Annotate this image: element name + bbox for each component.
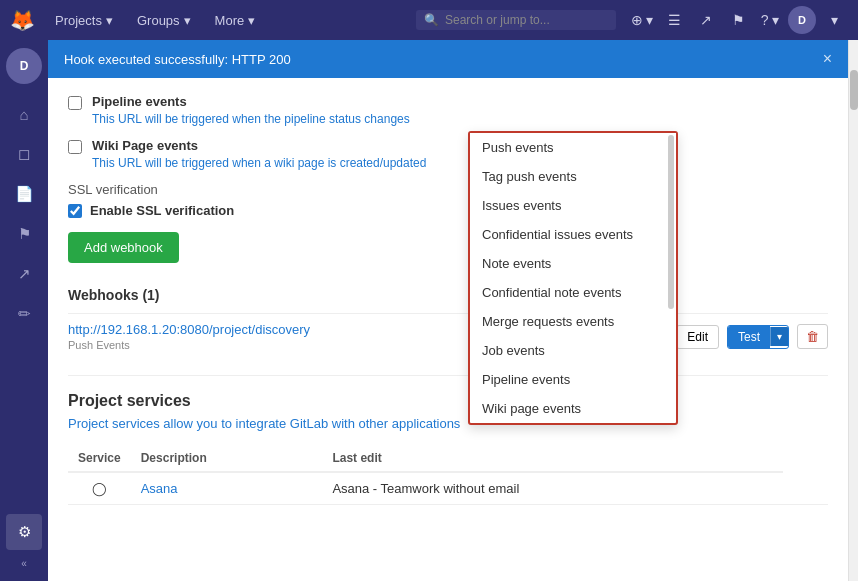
content-area: Hook executed successfully: HTTP 200 × P… (48, 40, 848, 581)
ssl-section: SSL verification Enable SSL verification (68, 182, 828, 218)
dropdown-item-issues-events[interactable]: Issues events (470, 191, 676, 220)
webhook-item: http://192.168.1.20:8080/project/discove… (68, 313, 828, 359)
pipeline-events-hint: This URL will be triggered when the pipe… (92, 112, 410, 126)
sidebar-item-snippets[interactable]: ✏ (6, 296, 42, 332)
project-services-title: Project services (68, 392, 828, 410)
project-services-description: Project services allow you to integrate … (68, 416, 828, 431)
webhook-sub-label: Push Events (68, 339, 310, 351)
webhook-url-link[interactable]: http://192.168.1.20:8080/project/discove… (68, 322, 310, 337)
issues-icon[interactable]: ⚑ (724, 6, 752, 34)
col-service: Service (68, 445, 131, 472)
sidebar: D ⌂ ◻ 📄 ⚑ ↗ ✏ ⚙ « (0, 40, 48, 581)
ssl-check-label: Enable SSL verification (90, 203, 234, 218)
col-description: Description (131, 445, 323, 472)
dropdown-item-confidential-note[interactable]: Confidential note events (470, 278, 676, 307)
wiki-events-hint: This URL will be triggered when a wiki p… (92, 156, 426, 170)
nav-projects[interactable]: Projects ▾ (45, 9, 123, 32)
sidebar-item-issues[interactable]: ⚑ (6, 216, 42, 252)
service-last-edit-cell (783, 472, 828, 505)
pipeline-events-label: Pipeline events (92, 94, 410, 109)
nav-icon-group: ⊕ ▾ ☰ ↗ ⚑ ? ▾ D ▾ (628, 6, 848, 34)
dropdown-item-job-events[interactable]: Job events (470, 336, 676, 365)
dropdown-item-wiki-page[interactable]: Wiki page events (470, 394, 676, 423)
merge-requests-icon[interactable]: ↗ (692, 6, 720, 34)
top-navigation: 🦊 Projects ▾ Groups ▾ More ▾ 🔍 ⊕ ▾ ☰ ↗ ⚑… (0, 0, 858, 40)
todo-icon[interactable]: ☰ (660, 6, 688, 34)
test-button[interactable]: Test (728, 326, 770, 348)
delete-button[interactable]: 🗑 (797, 324, 828, 349)
scrollbar-thumb[interactable] (850, 70, 858, 110)
service-description-cell: Asana - Teamwork without email (322, 472, 783, 505)
dropdown-item-pipeline-events[interactable]: Pipeline events (470, 365, 676, 394)
dropdown-item-confidential-issues[interactable]: Confidential issues events (470, 220, 676, 249)
search-icon: 🔍 (424, 13, 439, 27)
nav-more[interactable]: More ▾ (205, 9, 266, 32)
dropdown-item-push-events[interactable]: Push events (470, 133, 676, 162)
caret-icon[interactable]: ▾ (820, 6, 848, 34)
services-table: Service Description Last edit ◯ Asana As… (68, 445, 828, 505)
project-services-section: Project services Project services allow … (68, 392, 828, 505)
dropdown-item-tag-push-events[interactable]: Tag push events (470, 162, 676, 191)
ssl-checkbox[interactable] (68, 204, 82, 218)
banner-close-button[interactable]: × (823, 50, 832, 68)
page-scrollbar[interactable] (848, 40, 858, 581)
webhooks-title: Webhooks (1) (68, 287, 828, 303)
dropdown-scrollbar (668, 135, 674, 309)
dropdown-item-merge-requests[interactable]: Merge requests events (470, 307, 676, 336)
banner-message: Hook executed successfully: HTTP 200 (64, 52, 291, 67)
webhooks-section: Webhooks (1) http://192.168.1.20:8080/pr… (68, 287, 828, 359)
new-item-button[interactable]: ⊕ ▾ (628, 6, 656, 34)
test-button-group: Test ▾ (727, 325, 789, 349)
search-input[interactable] (445, 13, 595, 27)
service-name-link[interactable]: Asana (141, 481, 178, 496)
sidebar-collapse-icon[interactable]: « (17, 554, 31, 573)
sidebar-item-home[interactable]: ⌂ (6, 96, 42, 132)
events-dropdown[interactable]: Push events Tag push events Issues event… (468, 131, 678, 425)
webhook-form: Pipeline events This URL will be trigger… (48, 78, 848, 521)
sidebar-project-avatar[interactable]: D (6, 48, 42, 84)
sidebar-item-pages[interactable]: 📄 (6, 176, 42, 212)
section-divider (68, 375, 828, 376)
wiki-events-row: Wiki Page events This URL will be trigge… (68, 138, 828, 170)
add-webhook-button[interactable]: Add webhook (68, 232, 179, 263)
sidebar-item-activity[interactable]: ◻ (6, 136, 42, 172)
gitlab-logo-icon[interactable]: 🦊 (10, 8, 35, 32)
wiki-events-label: Wiki Page events (92, 138, 426, 153)
help-icon[interactable]: ? ▾ (756, 6, 784, 34)
avatar[interactable]: D (788, 6, 816, 34)
main-layout: D ⌂ ◻ 📄 ⚑ ↗ ✏ ⚙ « Hook executed successf… (0, 40, 858, 581)
sidebar-item-settings[interactable]: ⚙ (6, 514, 42, 550)
pipeline-events-checkbox[interactable] (68, 96, 82, 110)
sidebar-item-merge[interactable]: ↗ (6, 256, 42, 292)
service-icon-cell: ◯ (68, 472, 131, 505)
success-banner: Hook executed successfully: HTTP 200 × (48, 40, 848, 78)
table-row: ◯ Asana Asana - Teamwork without email (68, 472, 828, 505)
search-bar[interactable]: 🔍 (416, 10, 616, 30)
ssl-section-label: SSL verification (68, 182, 828, 197)
nav-groups[interactable]: Groups ▾ (127, 9, 201, 32)
dropdown-item-note-events[interactable]: Note events (470, 249, 676, 278)
wiki-events-checkbox[interactable] (68, 140, 82, 154)
edit-button[interactable]: Edit (676, 325, 719, 349)
pipeline-events-row: Pipeline events This URL will be trigger… (68, 94, 828, 126)
test-caret-button[interactable]: ▾ (770, 327, 788, 346)
col-last-edit: Last edit (322, 445, 783, 472)
